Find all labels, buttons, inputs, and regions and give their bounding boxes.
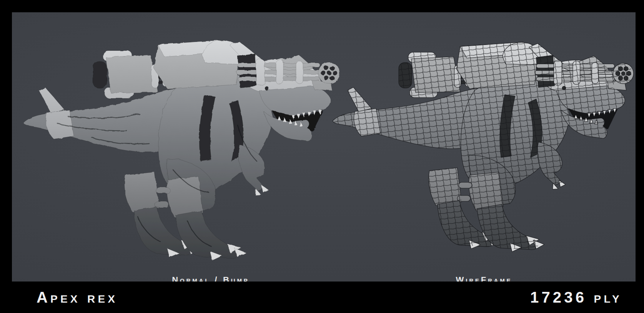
footer-bar: Apex rex 17236 ply xyxy=(0,282,644,313)
presentation-sheet: Normal / Bump WireFrame Apex rex 17236 p… xyxy=(0,0,644,313)
viewport-panel: Normal / Bump WireFrame xyxy=(12,12,636,282)
wireframe-mesh-overlay xyxy=(331,37,631,256)
model-name-label: Apex rex xyxy=(37,289,118,306)
arm xyxy=(239,145,268,195)
poly-count-label: 17236 ply xyxy=(530,289,622,306)
model-render-normal-bump xyxy=(22,35,338,265)
backpack xyxy=(154,40,245,89)
model-render-wireframe xyxy=(331,37,631,256)
